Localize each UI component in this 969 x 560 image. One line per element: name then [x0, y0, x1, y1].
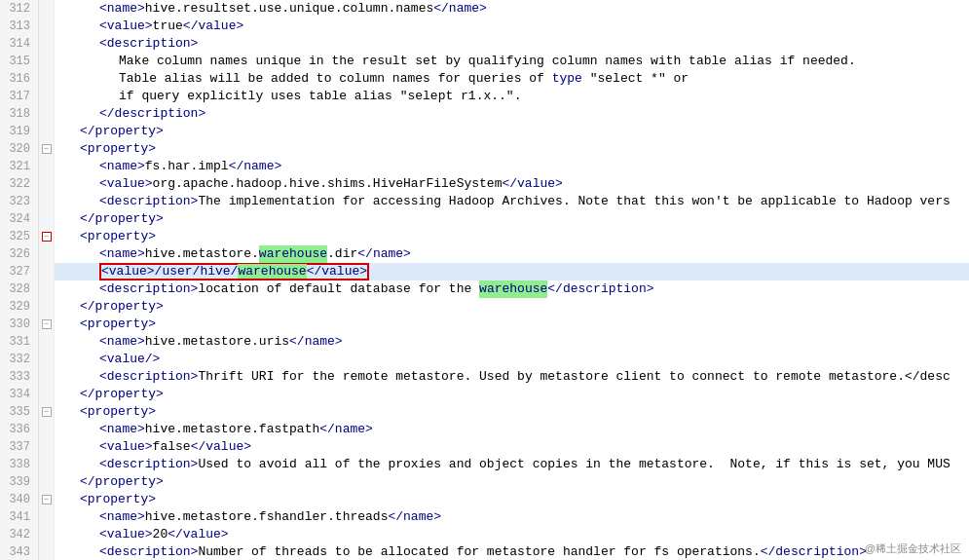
xml-tag: <value/>	[99, 351, 160, 368]
value-border-box: <value>/user/hive/warehouse</value>	[99, 263, 369, 280]
line-content-324: </property>	[55, 210, 969, 228]
text-content: hive.resultset.use.unique.column.names	[145, 0, 433, 18]
line-number-312: 312	[0, 0, 39, 18]
fold-col-332	[39, 351, 55, 368]
fold-col-317	[39, 88, 55, 105]
fold-col-319	[39, 123, 55, 140]
line-content-316: Table alias will be added to column name…	[55, 70, 969, 88]
text-content: Table alias will be added to column name…	[119, 70, 552, 88]
line-content-333: <description>Thrift URI for the remote m…	[55, 368, 969, 386]
fold-col-340: −	[39, 491, 55, 508]
line-number-324: 324	[0, 210, 39, 228]
line-334: 334</property>	[0, 386, 969, 403]
line-content-343: <description>Number of threads to be all…	[55, 543, 969, 560]
line-number-333: 333	[0, 368, 39, 386]
line-content-328: <description>location of default databas…	[55, 280, 969, 298]
xml-tag: <description>	[99, 280, 198, 298]
fold-col-325: −	[39, 228, 55, 245]
xml-tag: type	[552, 70, 582, 88]
xml-tag: <property>	[80, 403, 156, 421]
fold-col-314	[39, 35, 55, 53]
line-337: 337<value>false</value>	[0, 438, 969, 456]
fold-button-320[interactable]: −	[42, 144, 52, 154]
line-number-336: 336	[0, 421, 39, 438]
line-339: 339</property>	[0, 473, 969, 491]
xml-tag: </property>	[80, 123, 164, 140]
line-number-332: 332	[0, 351, 39, 368]
line-number-337: 337	[0, 438, 39, 456]
xml-tag: </value>	[191, 438, 251, 456]
code-editor: 312<name>hive.resultset.use.unique.colum…	[0, 0, 969, 560]
xml-tag: <value>	[99, 526, 153, 543]
line-content-336: <name>hive.metastore.fastpath</name>	[55, 421, 969, 438]
text-content: hive.metastore.	[145, 245, 259, 263]
line-number-327: 327	[0, 263, 39, 280]
fold-button-330[interactable]: −	[42, 319, 52, 329]
fold-col-337	[39, 438, 55, 456]
fold-col-330: −	[39, 316, 55, 333]
line-338: 338<description>Used to avoid all of the…	[0, 456, 969, 473]
xml-tag: </property>	[80, 210, 164, 228]
line-content-338: <description>Used to avoid all of the pr…	[55, 456, 969, 473]
fold-col-329	[39, 298, 55, 316]
xml-tag: <description>	[99, 368, 198, 386]
line-content-335: <property>	[55, 403, 969, 421]
line-content-313: <value>true</value>	[55, 18, 969, 35]
line-329: 329</property>	[0, 298, 969, 316]
line-content-329: </property>	[55, 298, 969, 316]
line-322: 322<value>org.apache.hadoop.hive.shims.H…	[0, 175, 969, 193]
xml-tag: <name>	[99, 508, 145, 526]
text-content: fs.har.impl	[145, 158, 229, 175]
line-content-320: <property>	[55, 140, 969, 158]
line-number-325: 325	[0, 228, 39, 245]
xml-tag: <property>	[80, 228, 156, 245]
xml-tag: </name>	[289, 333, 343, 351]
xml-tag: </description>	[99, 105, 205, 123]
fold-button-335[interactable]: −	[42, 407, 52, 417]
line-316: 316Table alias will be added to column n…	[0, 70, 969, 88]
line-336: 336<name>hive.metastore.fastpath</name>	[0, 421, 969, 438]
fold-col-339	[39, 473, 55, 491]
fold-button-340[interactable]: −	[42, 495, 52, 504]
text-content: org.apache.hadoop.hive.shims.HiveHarFile…	[153, 175, 503, 193]
line-number-323: 323	[0, 193, 39, 210]
text-content: location of default database for the	[198, 280, 479, 298]
highlight-green: warehouse	[259, 245, 327, 263]
line-number-321: 321	[0, 158, 39, 175]
line-number-340: 340	[0, 491, 39, 508]
line-321: 321<name>fs.har.impl</name>	[0, 158, 969, 175]
line-342: 342<value>20</value>	[0, 526, 969, 543]
text-content: Make column names unique in the result s…	[119, 53, 856, 70]
xml-tag: <description>	[99, 193, 198, 210]
line-content-340: <property>	[55, 491, 969, 508]
xml-tag: <name>	[99, 158, 145, 175]
line-333: 333<description>Thrift URI for the remot…	[0, 368, 969, 386]
line-content-330: <property>	[55, 316, 969, 333]
fold-col-338	[39, 456, 55, 473]
line-number-341: 341	[0, 508, 39, 526]
xml-tag: </property>	[80, 473, 164, 491]
line-content-319: </property>	[55, 123, 969, 140]
fold-button-325[interactable]: −	[42, 232, 52, 242]
xml-tag: </value>	[502, 175, 562, 193]
xml-tag: </description>	[761, 543, 867, 560]
text-content: "select *" or	[582, 70, 689, 88]
line-content-322: <value>org.apache.hadoop.hive.shims.Hive…	[55, 175, 969, 193]
text-content: Thrift URI for the remote metastore. Use…	[198, 368, 950, 386]
fold-col-327	[39, 263, 55, 280]
fold-col-315	[39, 53, 55, 70]
fold-col-341	[39, 508, 55, 526]
watermark: @稀土掘金技术社区	[865, 541, 961, 556]
line-number-342: 342	[0, 526, 39, 543]
line-number-326: 326	[0, 245, 39, 263]
fold-col-321	[39, 158, 55, 175]
line-content-342: <value>20</value>	[55, 526, 969, 543]
line-317: 317if query explicitly uses table alias …	[0, 88, 969, 105]
line-number-338: 338	[0, 456, 39, 473]
line-320: 320−<property>	[0, 140, 969, 158]
line-number-334: 334	[0, 386, 39, 403]
line-327: 327<value>/user/hive/warehouse</value>	[0, 263, 969, 280]
line-number-317: 317	[0, 88, 39, 105]
line-content-318: </description>	[55, 105, 969, 123]
xml-tag: <name>	[99, 245, 145, 263]
